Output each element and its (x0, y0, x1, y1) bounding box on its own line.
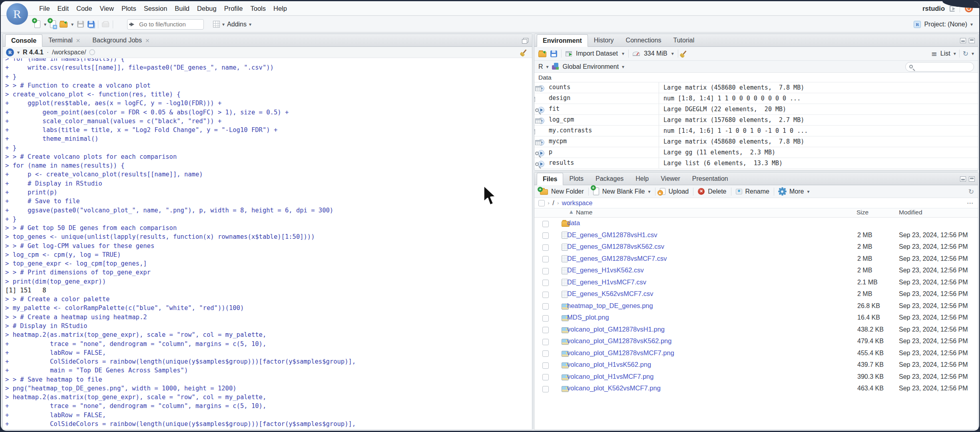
view-table-icon[interactable] (534, 97, 535, 102)
menu-profile[interactable]: Profile (224, 5, 243, 12)
file-row[interactable]: volcano_plot_GM12878vsMCF7.png455.4 KBSe… (534, 348, 978, 360)
file-checkbox[interactable] (542, 315, 549, 322)
caret-down-icon[interactable]: ▾ (807, 189, 809, 194)
file-name-link[interactable]: volcano_plot_H1vsMCF7.png (567, 373, 653, 380)
file-checkbox[interactable] (542, 256, 549, 262)
upload-button[interactable]: Upload (658, 188, 691, 195)
menu-edit[interactable]: Edit (58, 5, 69, 12)
addins-label[interactable]: Addins (227, 21, 247, 28)
panes-grid-icon[interactable] (213, 21, 220, 28)
menu-tools[interactable]: Tools (250, 5, 266, 12)
goto-file-box[interactable] (127, 19, 204, 30)
breadcrumb-more-icon[interactable]: ⋯ (967, 199, 973, 207)
more-button[interactable]: More▾ (777, 188, 811, 195)
menu-file[interactable]: File (39, 5, 50, 12)
view-table-icon[interactable] (535, 118, 542, 124)
goto-file-input[interactable] (139, 21, 195, 28)
sort-ascending-icon[interactable]: ▲ (570, 209, 573, 214)
maximize-pane-icon[interactable] (522, 39, 527, 44)
file-row[interactable]: MDS_plot.png16.4 KBSep 23, 2024, 12:56 P… (534, 312, 978, 324)
tab-files-files[interactable]: Files (537, 173, 563, 185)
save-icon[interactable] (77, 21, 84, 28)
file-checkbox[interactable] (542, 280, 549, 286)
new-folder-button[interactable]: New Folder (538, 188, 586, 195)
new-blank-file-button[interactable]: New Blank File▾ (592, 188, 652, 195)
import-caret-icon[interactable]: ▾ (622, 51, 624, 56)
tab-env-history[interactable]: History (588, 34, 620, 46)
file-checkbox[interactable] (542, 303, 549, 310)
file-name-link[interactable]: volcano_plot_GM12878vsH1.png (567, 326, 665, 333)
file-checkbox[interactable] (542, 221, 549, 227)
view-table-icon[interactable] (535, 86, 542, 91)
close-icon[interactable]: × (145, 34, 150, 46)
language-selector[interactable]: R (538, 63, 543, 70)
refresh-icon[interactable]: ↻ (963, 50, 968, 58)
menu-build[interactable]: Build (175, 5, 189, 12)
file-row[interactable]: volcano_plot_GM12878vsH1.png438.2 KBSep … (534, 324, 978, 336)
file-row[interactable]: DE_genes_GM12878vsMCF7.csv2 MBSep 23, 20… (534, 253, 978, 265)
memory-usage[interactable]: 334 MiB (644, 50, 667, 57)
file-name-link[interactable]: volcano_plot_GM12878vsMCF7.png (567, 349, 674, 357)
import-dataset-icon[interactable] (566, 51, 572, 56)
tab-files-presentation[interactable]: Presentation (686, 172, 734, 185)
project-caret-icon[interactable]: ▾ (970, 22, 973, 27)
file-row[interactable]: volcano_plot_H1vsMCF7.png390.3 KBSep 23,… (534, 371, 978, 383)
maximize-pane-icon[interactable] (969, 38, 975, 43)
file-name-link[interactable]: volcano_plot_H1vsK562.png (567, 361, 651, 368)
rename-button[interactable]: Rename (734, 188, 771, 195)
tab-console-console[interactable]: Console (5, 34, 42, 47)
view-table-icon[interactable] (535, 140, 542, 145)
file-checkbox[interactable] (542, 292, 549, 298)
tab-files-plots[interactable]: Plots (563, 172, 590, 185)
tab-console-background-jobs[interactable]: Background Jobs× (86, 34, 155, 46)
sign-out-icon[interactable] (950, 6, 955, 12)
file-row[interactable]: volcano_plot_GM12878vsK562.png479.4 KBSe… (534, 336, 978, 348)
column-header-name[interactable]: Name (576, 209, 592, 216)
open-file-icon[interactable] (60, 22, 68, 28)
tab-console-terminal[interactable]: Terminal× (42, 34, 86, 46)
file-checkbox[interactable] (542, 268, 549, 274)
environment-scope-selector[interactable]: Global Environment (563, 63, 619, 70)
view-table-icon[interactable] (534, 129, 535, 134)
save-workspace-icon[interactable] (550, 50, 557, 57)
caret-down-icon[interactable]: ▾ (648, 189, 651, 194)
file-row[interactable]: heatmap_top_DE_genes.png26.8 KBSep 23, 2… (534, 300, 978, 312)
environment-row[interactable]: designnum [1:8, 1:4] 1 1 0 0 0 0 0 0 0 0… (534, 93, 978, 104)
file-name-link[interactable]: DE_genes_GM12878vsMCF7.csv (567, 255, 667, 262)
file-name-link[interactable]: heatmap_top_DE_genes.png (567, 302, 653, 310)
file-row[interactable]: data (534, 218, 978, 230)
file-row[interactable]: volcano_plot_K562vsMCF7.png463.4 KBSep 2… (534, 383, 978, 395)
new-project-icon[interactable] (50, 20, 56, 28)
file-checkbox[interactable] (542, 350, 549, 357)
tab-files-viewer[interactable]: Viewer (655, 172, 686, 185)
refresh-caret-icon[interactable]: ▾ (972, 51, 974, 56)
r-session-caret-icon[interactable]: ▾ (17, 50, 20, 55)
file-name-link[interactable]: DE_genes_GM12878vsH1.csv (567, 231, 657, 239)
console-output-area[interactable]: > for (name in names(results)) {+ write.… (3, 58, 532, 430)
column-header-modified[interactable]: Modified (899, 209, 922, 216)
environment-row[interactable]: fitLarge DGEGLM (22 elements, 20 MB) (534, 104, 978, 115)
tab-files-packages[interactable]: Packages (590, 172, 629, 185)
list-caret-icon[interactable]: ▾ (954, 51, 956, 56)
scope-caret-icon[interactable]: ▾ (622, 64, 624, 70)
list-view-button[interactable]: List (940, 50, 950, 57)
file-checkbox[interactable] (542, 327, 549, 333)
file-checkbox[interactable] (542, 374, 549, 380)
close-icon[interactable]: × (76, 34, 81, 46)
tab-env-environment[interactable]: Environment (537, 34, 588, 47)
file-checkbox[interactable] (542, 232, 549, 239)
list-view-icon[interactable]: ≡ (931, 50, 937, 58)
refresh-icon[interactable]: ↻ (968, 188, 974, 196)
file-name-link[interactable]: DE_genes_K562vsMCF7.csv (567, 290, 653, 298)
file-checkbox[interactable] (542, 339, 549, 345)
environment-row[interactable]: resultsLarge list (6 elements, 13.3 MB) (534, 158, 978, 169)
working-directory[interactable]: /workspace/ (52, 49, 86, 56)
file-row[interactable]: DE_genes_K562vsMCF7.csv2 MBSep 23, 2024,… (534, 288, 978, 300)
tab-env-tutorial[interactable]: Tutorial (667, 34, 701, 46)
file-row[interactable]: DE_genes_H1vsK562.csv2 MBSep 23, 2024, 1… (534, 265, 978, 277)
new-file-icon[interactable] (34, 20, 40, 28)
file-name-link[interactable]: DE_genes_H1vsMCF7.csv (567, 278, 646, 286)
environment-row[interactable]: my.contrastsnum [1:4, 1:6] 1 -1 0 0 1 0 … (534, 126, 978, 136)
import-dataset-button[interactable]: Import Dataset (576, 50, 618, 57)
file-name-link[interactable]: volcano_plot_GM12878vsK562.png (567, 337, 671, 345)
